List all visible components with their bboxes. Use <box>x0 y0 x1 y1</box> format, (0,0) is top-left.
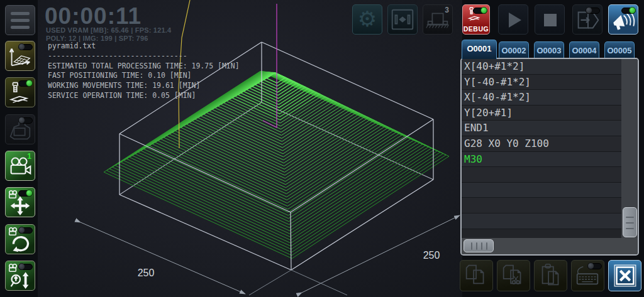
copy-button[interactable] <box>460 260 493 291</box>
vram-fps-stats: USED VRAM [MB]: 65.46 | FPS: 121.4 <box>46 26 171 34</box>
camera-zoom-button[interactable] <box>5 261 35 291</box>
horizontal-scrollbar-track[interactable] <box>462 238 638 254</box>
overlay-stat-line: SERVICE OPERATION TIME: 0.05 [MIN] <box>48 91 240 101</box>
camera-1-button[interactable]: 1 <box>5 151 35 181</box>
gcode-lines: X[40+#1*2]Y[-40-#1*2]X[-40-#1*2]Y[20+#1]… <box>462 59 621 239</box>
toggle-off-icon <box>586 8 600 14</box>
toggle-off-icon <box>18 117 33 124</box>
axes-grid-button[interactable] <box>5 41 35 71</box>
doors-icon <box>388 5 417 34</box>
doors-button[interactable] <box>387 4 418 35</box>
fixture-count-badge: 3 <box>445 6 449 14</box>
tab-o0005[interactable]: O0005 <box>604 41 635 58</box>
gcode-line[interactable]: G28 X0 Y0 Z100 <box>462 136 621 152</box>
keyboard-button[interactable] <box>571 260 604 291</box>
cut-button[interactable] <box>497 260 530 291</box>
overlay-divider: -------------------------------- <box>48 51 240 62</box>
tab-o0004[interactable]: O0004 <box>569 41 599 58</box>
gcode-line[interactable]: X[-40-#1*2] <box>462 90 621 105</box>
toggle-off-icon <box>18 264 33 270</box>
toggle-on-icon <box>473 8 487 14</box>
toggle-off-icon <box>18 227 33 234</box>
menu-button[interactable] <box>5 5 35 35</box>
paste-clipboard-icon <box>535 261 567 291</box>
fixture-button[interactable]: 3 <box>423 4 453 35</box>
stop-button[interactable] <box>535 4 565 35</box>
gcode-line[interactable]: END1 <box>462 121 621 136</box>
overlay-stat-line: WORKING MOVEMENTS TIME: 19.61 [MIN] <box>48 81 240 91</box>
viewport-3d[interactable]: 250 250 pyramid.txt---------------------… <box>38 0 462 297</box>
machine-view-button[interactable] <box>5 114 35 144</box>
toggle-off-icon <box>587 263 602 269</box>
play-button[interactable] <box>498 4 528 35</box>
tab-o0002[interactable]: O0002 <box>499 41 529 58</box>
close-icon <box>609 261 641 291</box>
paste-button[interactable] <box>534 260 567 291</box>
program-filename: pyramid.txt <box>48 41 240 51</box>
camera-rotate-button[interactable] <box>5 224 35 254</box>
horizontal-scrollbar-thumb[interactable] <box>464 239 494 252</box>
gcode-line[interactable]: Y[20+#1] <box>462 105 621 121</box>
gcode-line[interactable]: X[40+#1*2] <box>462 59 621 75</box>
vertical-scrollbar-thumb[interactable] <box>623 207 637 237</box>
debug-label: DEBUG <box>463 25 489 33</box>
poly-img-stats: POLY: 12 | IMG: 199 | SPT: 796 <box>46 35 148 42</box>
camera-count-badge: 1 <box>27 152 31 161</box>
gcode-line-empty[interactable] <box>462 213 621 229</box>
exit-button[interactable] <box>572 4 602 35</box>
dimension-lines <box>80 215 460 295</box>
gcode-line[interactable]: M30 <box>462 152 621 168</box>
tab-o0003[interactable]: O0003 <box>534 41 564 58</box>
toggle-on-icon <box>18 80 33 87</box>
debug-button[interactable]: DEBUG <box>462 4 490 35</box>
play-icon <box>509 13 521 28</box>
stop-icon <box>544 14 557 26</box>
session-timer: 00:00:11 <box>45 3 142 30</box>
gcode-line[interactable]: Y[-40-#1*2] <box>462 75 621 90</box>
camera-pan-button[interactable] <box>5 187 35 217</box>
settings-button[interactable]: ⚙ <box>352 4 382 35</box>
toggle-on-icon <box>18 190 33 197</box>
gcode-line-empty[interactable] <box>462 198 621 213</box>
copy-icon <box>460 261 492 291</box>
cut-scissors-icon <box>497 261 530 291</box>
toggle-on-icon <box>621 8 636 14</box>
gcode-editor-panel: X[40+#1*2]Y[-40-#1*2]X[-40-#1*2]Y[20+#1]… <box>460 58 639 256</box>
overlay-stat-line: ESTIMATED TOTAL PROCESSING TIME: 19.75 [… <box>48 62 240 72</box>
overlay-stat-line: FAST POSITIONING TIME: 0.10 [MIN] <box>48 71 240 81</box>
gcode-line-empty[interactable] <box>462 183 621 198</box>
cnc-simulator-app: 250 250 pyramid.txt---------------------… <box>0 0 644 297</box>
dimension-label-left: 250 <box>138 267 155 278</box>
close-editor-button[interactable] <box>608 260 641 291</box>
tab-o0001[interactable]: O0001 <box>462 40 497 59</box>
tool-view-button[interactable] <box>5 77 35 107</box>
gear-icon: ⚙ <box>353 6 382 31</box>
program-info-overlay: pyramid.txt-----------------------------… <box>48 41 240 101</box>
dimension-label-right: 250 <box>423 250 440 261</box>
toggle-off-icon <box>18 44 33 50</box>
gcode-line-empty[interactable] <box>462 167 621 183</box>
vertical-scrollbar-track[interactable] <box>621 59 638 239</box>
hamburger-icon <box>11 12 30 15</box>
announce-button[interactable] <box>608 4 638 35</box>
